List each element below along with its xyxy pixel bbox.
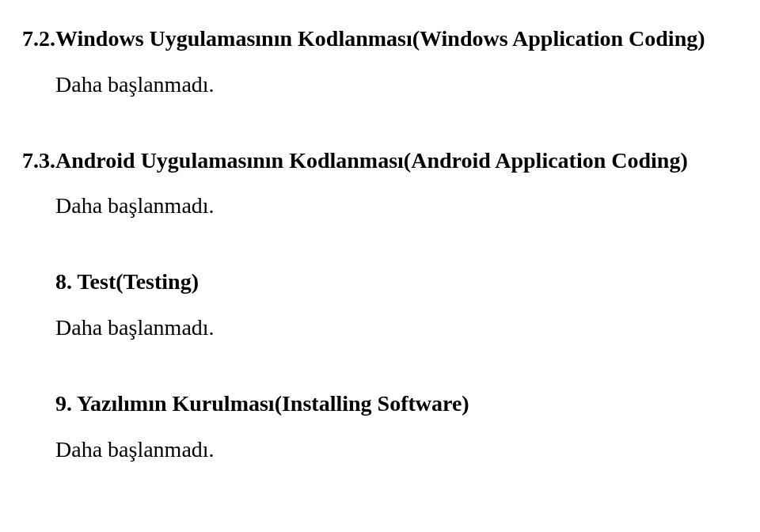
section-heading-8: 8. Test(Testing) — [55, 267, 744, 297]
section-body-9: Daha başlanmadı. — [55, 435, 744, 465]
section-body-7-2: Daha başlanmadı. — [55, 70, 744, 100]
section-body-8: Daha başlanmadı. — [55, 313, 744, 343]
section-heading-7-2: 7.2.Windows Uygulamasının Kodlanması(Win… — [22, 24, 744, 54]
section-heading-9: 9. Yazılımın Kurulması(Installing Softwa… — [55, 389, 744, 419]
document-page: 7.2.Windows Uygulamasının Kodlanması(Win… — [0, 0, 760, 532]
section-body-7-3: Daha başlanmadı. — [55, 191, 744, 221]
section-heading-7-3: 7.3.Android Uygulamasının Kodlanması(And… — [22, 146, 744, 176]
